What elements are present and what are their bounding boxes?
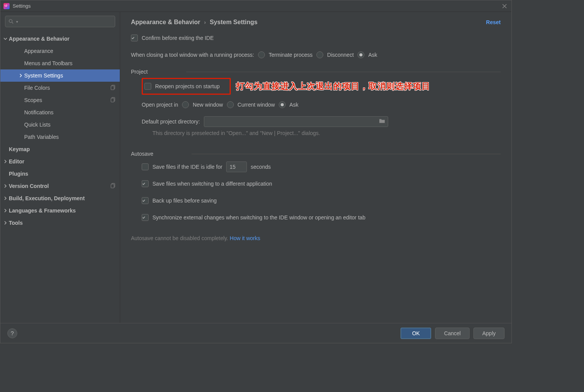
close-button[interactable] [501,2,508,10]
current-window-label: Current window [238,102,275,108]
sync-label: Synchronize external changes when switch… [152,214,366,221]
divider [186,72,501,72]
sidebar-item-label: Tools [9,220,23,226]
ask-radio[interactable] [357,51,364,58]
check-icon [142,198,146,203]
annotation-text: 打勾为直接进入上次退出的项目，取消则选择项目 [236,81,430,92]
breadcrumb-parent[interactable]: Appearance & Behavior [131,19,200,26]
cancel-button[interactable]: Cancel [435,328,470,339]
idle-label-post: seconds [251,164,271,170]
idle-checkbox[interactable] [142,163,149,170]
svg-point-0 [9,20,12,23]
disconnect-radio[interactable] [316,51,323,58]
backup-checkbox[interactable] [142,197,149,204]
sidebar-item-appearance-behavior[interactable]: Appearance & Behavior [0,33,120,45]
switch-app-checkbox[interactable] [142,180,149,187]
chevron-right-icon [3,183,8,189]
sidebar-item-label: Scopes [24,97,42,103]
body: ▾ Appearance & BehaviorAppearanceMenus a… [0,12,511,323]
sidebar-item-menus-and-toolbars[interactable]: Menus and Toolbars [0,57,120,69]
reopen-checkbox[interactable] [144,83,151,90]
chevron-right-icon [3,208,8,213]
backup-label: Back up files before saving [152,198,217,204]
chevron-right-icon [18,73,23,78]
closing-process-row: When closing a tool window with a runnin… [120,46,511,63]
sidebar-item-scopes[interactable]: Scopes [0,94,120,106]
content-scroll[interactable]: Appearance & Behavior › System Settings … [120,12,511,323]
sidebar-item-label: Version Control [9,183,49,189]
svg-rect-6 [111,184,114,188]
how-it-works-link[interactable]: How it works [230,235,260,241]
search-dropdown-icon: ▾ [16,20,18,24]
sidebar-item-label: Keymap [9,146,30,152]
sidebar-item-label: Plugins [9,171,28,177]
sidebar-item-version-control[interactable]: Version Control [0,180,120,192]
current-window-radio[interactable] [227,101,234,108]
divider [192,154,501,154]
sidebar-item-languages-frameworks[interactable]: Languages & Frameworks [0,204,120,217]
sidebar-item-editor[interactable]: Editor [0,155,120,168]
open-ask-radio[interactable] [279,101,286,108]
search-input[interactable] [20,19,112,25]
open-in-label: Open project in [142,102,178,108]
terminate-radio[interactable] [258,51,265,58]
confirm-exit-checkbox[interactable] [131,35,138,41]
confirm-exit-row: Confirm before exiting the IDE [120,30,511,46]
sidebar-item-label: Notifications [24,109,53,115]
sidebar-item-appearance[interactable]: Appearance [0,45,120,57]
close-icon [502,4,507,8]
new-window-label: New window [193,102,223,108]
project-group-header: Project [120,63,511,76]
check-icon [131,36,135,40]
reset-link[interactable]: Reset [486,19,501,25]
sidebar-item-file-colors[interactable]: File Colors [0,82,120,94]
idle-label-pre: Save files if the IDE is idle for [152,164,222,170]
check-icon [142,215,146,220]
search-box[interactable]: ▾ [5,16,115,27]
sidebar-item-build-execution-deployment[interactable]: Build, Execution, Deployment [0,192,120,204]
sidebar-item-path-variables[interactable]: Path Variables [0,131,120,143]
sidebar-item-label: Path Variables [24,134,59,140]
folder-icon[interactable] [379,119,385,125]
autosave-note-text: Autosave cannot be disabled completely. [131,235,230,241]
sidebar-item-label: Appearance & Behavior [9,36,69,42]
reopen-row: Reopen projects on startup 打勾为直接进入上次退出的项… [120,76,511,96]
switch-app-label: Save files when switching to a different… [152,181,272,187]
sidebar-item-system-settings[interactable]: System Settings [0,69,120,82]
ask-label: Ask [368,52,377,58]
ok-button[interactable]: OK [400,328,431,339]
confirm-exit-label: Confirm before exiting the IDE [142,35,214,41]
idle-seconds-input[interactable] [226,161,247,172]
chevron-down-icon [3,36,8,41]
help-button[interactable]: ? [7,328,17,338]
sidebar-item-keymap[interactable]: Keymap [0,143,120,155]
terminate-label: Terminate process [269,52,313,58]
default-dir-hint: This directory is preselected in "Open..… [142,130,501,136]
sync-checkbox[interactable] [142,214,149,221]
sync-row: Synchronize external changes when switch… [120,209,511,226]
disconnect-label: Disconnect [327,52,354,58]
autosave-group-header: Autosave [120,145,511,158]
breadcrumb: Appearance & Behavior › System Settings [131,19,258,26]
default-dir-label: Default project directory: [142,119,200,125]
sidebar-item-tools[interactable]: Tools [0,217,120,229]
sidebar-item-plugins[interactable]: Plugins [0,168,120,180]
sidebar-item-notifications[interactable]: Notifications [0,106,120,119]
window-title: Settings [13,3,31,9]
sidebar: ▾ Appearance & BehaviorAppearanceMenus a… [0,12,120,323]
copy-icon [111,85,116,91]
sidebar-item-label: Build, Execution, Deployment [9,195,85,201]
chevron-right-icon [3,196,8,201]
new-window-radio[interactable] [182,101,189,108]
chevron-right-icon: › [204,19,206,25]
app-icon [3,3,10,9]
sidebar-item-label: Appearance [24,48,53,54]
apply-button[interactable]: Apply [473,328,505,339]
content-panel: Appearance & Behavior › System Settings … [120,12,511,323]
svg-rect-2 [111,86,114,90]
project-group-title: Project [131,69,148,75]
settings-tree: Appearance & BehaviorAppearanceMenus and… [0,31,120,323]
sidebar-item-quick-lists[interactable]: Quick Lists [0,119,120,131]
breadcrumb-current: System Settings [210,19,257,26]
default-dir-input[interactable] [204,116,388,127]
